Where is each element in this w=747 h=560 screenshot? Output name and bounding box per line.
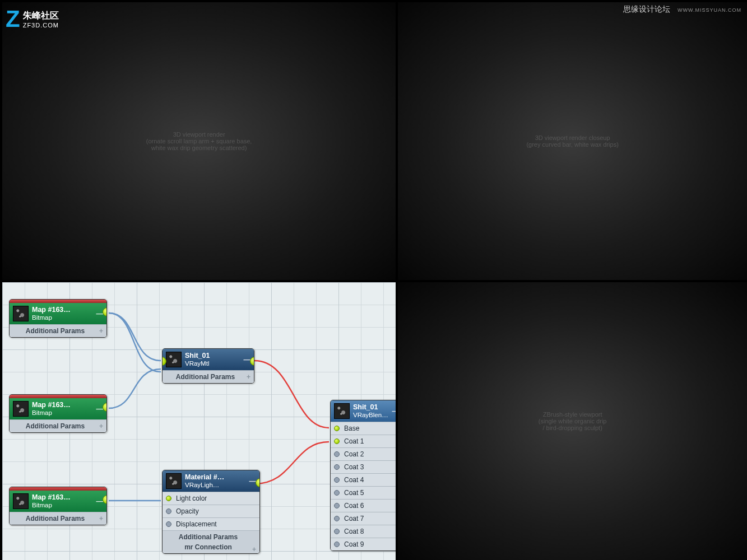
collapse-icon[interactable]: —	[249, 477, 257, 485]
slot-displacement[interactable]: Displacement	[163, 517, 259, 530]
input-socket[interactable]	[334, 503, 340, 508]
node-thumbnail	[166, 473, 182, 489]
node-title: Shit_01	[353, 403, 389, 411]
viewport-bottom-right[interactable]: ZBrush-style viewport (single white orga…	[398, 282, 747, 560]
node-bitmap-2[interactable]: Map #163… Bitmap — Additional Params+	[9, 394, 107, 433]
forum-name: 思缘设计论坛	[623, 4, 670, 13]
slot-coat1[interactable]: Coat 1	[331, 435, 396, 447]
params-label[interactable]: Additional Params	[26, 327, 85, 335]
node-type: Bitmap	[32, 409, 93, 417]
node-thumbnail	[334, 403, 350, 419]
expand-icon[interactable]: +	[252, 545, 256, 553]
params-label[interactable]: Additional Params	[26, 515, 85, 522]
node-vraylight[interactable]: Material #… VRayLigh… — Light color Opac…	[162, 470, 260, 554]
input-socket[interactable]	[334, 451, 340, 457]
watermark-missyuan: 思缘设计论坛 WWW.MISSYUAN.COM	[623, 4, 741, 15]
render-desc: 3D viewport render (ornate scroll lamp a…	[143, 128, 256, 155]
logo-letter: Z	[6, 6, 20, 32]
input-socket[interactable]	[166, 508, 171, 514]
expand-icon[interactable]: +	[247, 373, 250, 381]
logo-url-text: ZF3D.COM	[23, 22, 59, 29]
slate-material-editor[interactable]: Map #163… Bitmap — Additional Params+ Ma…	[2, 282, 396, 560]
input-socket[interactable]	[334, 438, 340, 444]
node-title: Map #163…	[32, 306, 93, 314]
collapse-icon[interactable]: —	[392, 407, 396, 415]
node-title: Material #…	[185, 473, 246, 481]
watermark-zf3d: Z 朱峰社区 ZF3D.COM	[6, 6, 59, 32]
input-socket[interactable]	[334, 542, 340, 547]
params-label[interactable]: Additional Params	[176, 373, 235, 381]
collapse-icon[interactable]: —	[244, 356, 251, 363]
slot-base[interactable]: Base	[331, 422, 396, 435]
forum-url: WWW.MISSYUAN.COM	[678, 7, 741, 13]
node-thumbnail	[13, 493, 29, 509]
expand-icon[interactable]: +	[99, 422, 103, 430]
input-socket[interactable]	[334, 477, 340, 483]
node-type: VRayMtl	[185, 360, 240, 367]
params-label[interactable]: Additional Params	[26, 422, 85, 430]
input-socket[interactable]	[166, 521, 171, 527]
slot-coat6[interactable]: Coat 6	[331, 499, 396, 512]
slot-coat7[interactable]: Coat 7	[331, 512, 396, 525]
input-socket[interactable]	[334, 516, 340, 521]
node-type: VRayLigh…	[185, 482, 246, 489]
input-socket[interactable]	[334, 529, 340, 534]
node-type: Bitmap	[32, 502, 93, 509]
node-vrayblend[interactable]: Shit_01 VRayBlen… — Base Coat 1 Coat 2 C…	[330, 400, 396, 551]
node-type: VRayBlen…	[353, 412, 389, 419]
viewport-top-right[interactable]: 3D viewport render closeup (grey curved …	[398, 2, 747, 280]
params-label[interactable]: Additional Params	[179, 533, 238, 541]
expand-icon[interactable]: +	[99, 515, 103, 522]
node-thumbnail	[13, 401, 29, 417]
input-socket[interactable]	[334, 426, 340, 431]
node-thumbnail	[13, 306, 29, 321]
node-title: Map #163…	[32, 401, 93, 409]
expand-icon[interactable]: +	[99, 327, 103, 335]
node-bitmap-1[interactable]: Map #163… Bitmap — Additional Params+	[9, 299, 107, 338]
slot-coat8[interactable]: Coat 8	[331, 525, 396, 538]
render-desc: 3D viewport render closeup (grey curved …	[523, 131, 621, 151]
node-vraymtl[interactable]: Shit_01 VRayMtl — Additional Params+	[162, 348, 254, 384]
node-bitmap-3[interactable]: Map #163… Bitmap — Additional Params+	[9, 487, 107, 525]
render-desc: ZBrush-style viewport (single white orga…	[535, 408, 610, 435]
params-label[interactable]: mr Connection	[184, 543, 232, 551]
slot-coat4[interactable]: Coat 4	[331, 473, 396, 486]
node-title: Map #163…	[32, 493, 93, 501]
input-socket[interactable]	[334, 490, 340, 496]
node-title: Shit_01	[185, 352, 240, 360]
logo-cn-text: 朱峰社区	[23, 10, 59, 22]
slot-coat9[interactable]: Coat 9	[331, 538, 396, 550]
viewport-top-left[interactable]: 3D viewport render (ornate scroll lamp a…	[2, 2, 396, 280]
node-thumbnail	[166, 352, 182, 367]
slot-light-color[interactable]: Light color	[163, 492, 259, 505]
input-socket[interactable]	[166, 496, 171, 501]
slot-coat5[interactable]: Coat 5	[331, 486, 396, 499]
slot-coat3[interactable]: Coat 3	[331, 460, 396, 473]
input-socket[interactable]	[334, 464, 340, 470]
slot-opacity[interactable]: Opacity	[163, 505, 259, 517]
slot-coat2[interactable]: Coat 2	[331, 447, 396, 460]
node-type: Bitmap	[32, 314, 93, 321]
